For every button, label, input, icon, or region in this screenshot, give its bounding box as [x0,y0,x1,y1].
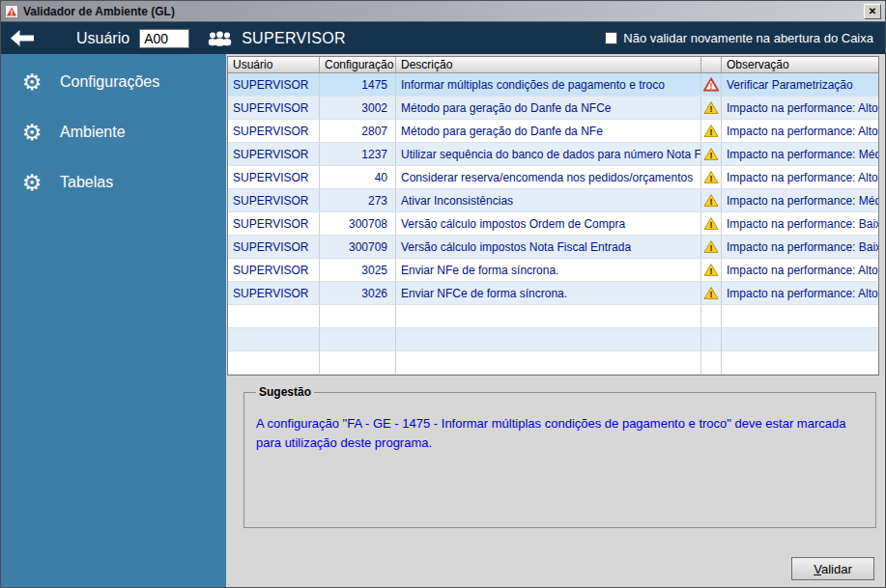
cell-configuracao: 3025 [320,259,396,281]
cell-configuracao: 1475 [320,73,396,96]
column-header-observacao[interactable]: Observação [722,57,878,72]
table-row[interactable]: SUPERVISOR 1237 Utilizar sequência do ba… [228,143,878,166]
cell-observacao: Impacto na performance: Alto [722,259,878,281]
svg-text:!: ! [710,151,713,160]
gear-icon: ⚙ [20,171,43,194]
cell-warning [701,351,722,374]
validate-label: V [814,562,821,576]
cell-configuracao: 273 [320,189,396,211]
checkbox-box[interactable] [605,32,617,44]
warning-icon: ! [703,263,719,277]
sidebar-item-label: Tabelas [60,174,113,191]
cell-observacao: Impacto na performance: Médio [722,189,878,211]
cell-warning [701,328,722,350]
warning-icon: ! [703,286,719,300]
users-icon [207,31,233,46]
column-header-descricao[interactable]: Descrição [396,57,701,72]
cell-descricao: Utilizar sequência do banco de dados par… [396,143,701,165]
cell-descricao: Enviar NFe de forma síncrona. [396,259,701,281]
cell-descricao: Enviar NFCe de forma síncrona. [396,282,701,304]
cell-observacao [722,351,878,374]
sidebar-item-tabelas[interactable]: ⚙ Tabelas [1,168,226,197]
user-code-input[interactable] [139,29,189,48]
sidebar-item-ambiente[interactable]: ⚙ Ambiente [1,118,226,147]
cell-warning: ! [701,189,722,211]
svg-text:!: ! [710,243,713,253]
cell-warning: ! [701,259,722,281]
cell-usuario: SUPERVISOR [228,143,320,165]
cell-descricao [396,328,701,350]
cell-usuario: SUPERVISOR [228,166,320,188]
footer-bar: Validar [791,557,874,580]
cell-usuario: SUPERVISOR [228,236,320,258]
cell-warning: ! [701,143,722,165]
table-row[interactable]: SUPERVISOR 273 Ativar Inconsistências ! … [228,189,878,212]
svg-text:!: ! [710,220,713,230]
cell-descricao: Considerar reserva/encomenda nos pedidos… [396,166,701,188]
cell-descricao: Versão cálculo impostos Ordem de Compra [396,212,701,235]
cell-configuracao: 300709 [320,236,396,258]
no-revalidate-checkbox[interactable]: Não validar novamente na abertura do Cai… [605,31,873,45]
sidebar-item-label: Configurações [60,73,159,91]
warning-icon: ! [703,124,719,138]
table-row[interactable] [228,305,878,328]
header-bar: Usuário SUPERVISOR Não validar novamente… [1,22,885,54]
warning-icon: ! [703,239,719,254]
cell-observacao: Impacto na performance: Médio [722,143,878,165]
sidebar-item-configuracoes[interactable]: ⚙ Configurações [1,68,226,97]
close-button[interactable]: ✕ [864,4,881,19]
cell-descricao: Método para geração do Danfe da NFCe [396,97,701,119]
app-window: Validador de Ambiente (GL) ✕ Usuário SUP… [0,0,886,588]
table-row[interactable]: SUPERVISOR 3025 Enviar NFe de forma sínc… [228,259,878,282]
column-header-configuracao[interactable]: Configuração [320,57,396,72]
cell-warning: ! [701,97,722,119]
main-panel: Usuário Configuração Descrição Observaçã… [226,54,885,587]
back-arrow-icon [11,30,34,46]
warning-icon: ! [703,77,719,92]
svg-text:!: ! [710,197,713,207]
cell-usuario [228,328,320,350]
table-row[interactable] [228,328,878,351]
cell-usuario [228,351,320,374]
table-row[interactable]: SUPERVISOR 3002 Método para geração do D… [228,97,878,120]
warning-icon: ! [703,147,719,161]
svg-text:!: ! [710,290,713,299]
table-row[interactable]: SUPERVISOR 40 Considerar reserva/encomen… [228,166,878,189]
user-label: Usuário [76,30,129,47]
table-row[interactable]: SUPERVISOR 300708 Versão cálculo imposto… [228,212,878,236]
gear-icon: ⚙ [20,121,43,144]
cell-warning: ! [701,212,722,235]
cell-observacao: Impacto na performance: Baixo [722,236,878,258]
table-header-row: Usuário Configuração Descrição Observaçã… [228,57,878,73]
table-row[interactable] [228,351,878,375]
column-header-usuario[interactable]: Usuário [228,57,320,72]
cell-observacao: Impacto na performance: Alto [722,282,878,304]
content-area: ⚙ Configurações ⚙ Ambiente ⚙ Tabelas Usu… [1,54,885,587]
title-bar[interactable]: Validador de Ambiente (GL) ✕ [1,1,885,22]
back-button[interactable] [11,30,34,46]
table-row[interactable]: SUPERVISOR 2807 Método para geração do D… [228,120,878,143]
window-title: Validador de Ambiente (GL) [23,5,859,18]
table-row[interactable]: SUPERVISOR 1475 Informar múltiplas condi… [228,73,878,97]
cell-usuario: SUPERVISOR [228,73,320,96]
table-row[interactable]: SUPERVISOR 300709 Versão cálculo imposto… [228,236,878,259]
cell-observacao: Impacto na performance: Alto [722,166,878,188]
cell-observacao [722,305,878,327]
cell-usuario: SUPERVISOR [228,212,320,235]
table-body: SUPERVISOR 1475 Informar múltiplas condi… [228,73,878,375]
cell-warning: ! [701,120,722,142]
svg-text:!: ! [710,174,713,183]
cell-warning [701,305,722,327]
cell-usuario: SUPERVISOR [228,282,320,304]
cell-usuario: SUPERVISOR [228,189,320,211]
cell-descricao [396,351,701,374]
cell-descricao: Versão cálculo impostos Nota Fiscal Entr… [396,236,701,258]
user-name: SUPERVISOR [242,30,346,47]
cell-descricao: Informar múltiplas condições de pagament… [396,73,701,96]
table-row[interactable]: SUPERVISOR 3026 Enviar NFCe de forma sín… [228,282,878,305]
column-header-icon[interactable] [701,57,722,72]
cell-configuracao: 300708 [320,212,396,235]
cell-observacao [722,328,878,350]
validate-button[interactable]: Validar [791,557,874,580]
cell-configuracao: 40 [320,166,396,188]
